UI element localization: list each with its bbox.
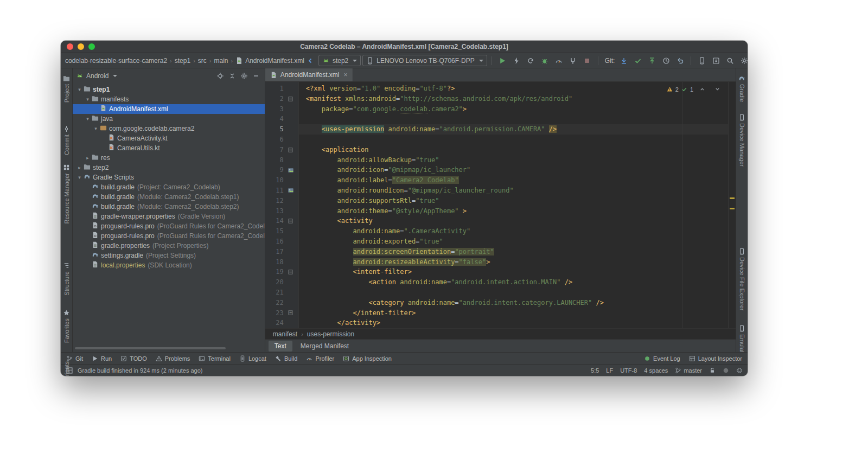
code-line[interactable]: <action android:name="android.intent.act… xyxy=(299,277,728,288)
code-line[interactable]: package="com.google.codelab.camera2"> xyxy=(299,104,728,114)
tool-stripe-item-device-manager[interactable]: Device Manager xyxy=(738,114,745,167)
code-line[interactable]: <category android:name="android.intent.c… xyxy=(299,298,728,308)
fold-toggle-icon[interactable]: − xyxy=(288,310,293,315)
next-problem-button[interactable] xyxy=(711,84,724,95)
device-manager-button[interactable] xyxy=(695,55,708,66)
tree-item[interactable]: ▾java xyxy=(73,114,265,124)
chevron-closed-icon[interactable]: ▸ xyxy=(76,165,83,170)
code-editor[interactable]: <?xml version="1.0" encoding="utf-8"?><m… xyxy=(299,82,728,328)
code-line[interactable]: android:allowBackup="true" xyxy=(299,155,728,165)
settings-button[interactable] xyxy=(738,55,748,66)
search-everywhere-button[interactable] xyxy=(724,55,736,66)
code-line[interactable]: android:name=".CameraActivity" xyxy=(299,226,728,237)
project-horizontal-scrollbar[interactable] xyxy=(75,347,226,349)
tree-item[interactable]: ▾Gradle Scripts xyxy=(73,173,265,182)
git-tool-button[interactable]: Git xyxy=(66,355,83,362)
chevron-closed-icon[interactable]: ▸ xyxy=(84,155,91,161)
code-line[interactable] xyxy=(299,114,728,124)
resource-preview-icon[interactable] xyxy=(288,167,294,174)
todo-tool-button[interactable]: TODO xyxy=(120,355,147,362)
update-project-button[interactable] xyxy=(617,55,630,66)
code-line[interactable]: </intent-filter> xyxy=(299,308,728,318)
error-stripe[interactable] xyxy=(728,82,736,328)
panel-settings-button[interactable] xyxy=(239,70,250,81)
tool-stripe-item-resource-manager[interactable]: Resource Manager xyxy=(63,164,70,224)
code-line[interactable]: android:resizeableActivity="false"> xyxy=(299,257,728,267)
tree-item[interactable]: build.gradle(Project: Camera2_Codelab) xyxy=(73,182,265,192)
line-separator-indicator[interactable]: LF xyxy=(606,367,613,374)
tree-item[interactable]: ▾com.google.codelab.camera2 xyxy=(73,124,265,133)
breadcrumb-file[interactable]: AndroidManifest.xml xyxy=(235,57,304,65)
logcat-tool-button[interactable]: Logcat xyxy=(239,355,266,362)
tree-item[interactable]: ▸res xyxy=(73,153,265,163)
code-line[interactable]: <activity xyxy=(299,216,728,226)
run-button[interactable] xyxy=(496,55,509,66)
device-select[interactable]: LENOVO Lenovo TB-Q706F-DPP xyxy=(362,55,487,66)
tree-item[interactable]: gradle-wrapper.properties(Gradle Version… xyxy=(73,212,265,221)
code-line[interactable] xyxy=(299,288,728,298)
chevron-open-icon[interactable]: ▾ xyxy=(76,87,83,92)
breadcrumb-item[interactable]: step1 xyxy=(175,57,190,65)
feedback-icon-button[interactable] xyxy=(736,367,743,374)
locate-file-button[interactable] xyxy=(215,70,226,81)
fold-toggle-icon[interactable]: − xyxy=(288,219,293,223)
tree-item[interactable]: KCameraUtils.kt xyxy=(73,143,265,153)
breadcrumb-item[interactable]: main xyxy=(214,57,228,65)
tree-item[interactable]: proguard-rules.pro(ProGuard Rules for Ca… xyxy=(73,231,265,241)
code-line[interactable]: android:screenOrientation="portrait" xyxy=(299,247,728,257)
chevron-open-icon[interactable]: ▾ xyxy=(84,116,91,122)
chevron-open-icon[interactable]: ▾ xyxy=(84,97,91,102)
problems-tool-button[interactable]: Problems xyxy=(156,355,190,362)
history-button[interactable] xyxy=(660,55,672,66)
run-configuration-select[interactable]: step2 xyxy=(318,55,361,66)
warning-mark[interactable] xyxy=(730,197,735,199)
terminal-tool-button[interactable]: Terminal xyxy=(199,355,231,362)
code-line[interactable]: </activity> xyxy=(299,318,728,328)
code-line[interactable]: <manifest xmlns:android="http://schemas.… xyxy=(299,94,728,104)
push-button[interactable] xyxy=(646,55,658,66)
zoom-window-button[interactable] xyxy=(88,43,95,50)
minimize-window-button[interactable] xyxy=(78,43,84,50)
background-tasks-icon-button[interactable] xyxy=(723,367,729,374)
code-line[interactable]: <?xml version="1.0" encoding="utf-8"?> xyxy=(299,84,728,94)
close-tab-icon[interactable]: × xyxy=(344,71,348,79)
attach-debugger-button[interactable] xyxy=(567,55,579,66)
file-encoding-indicator[interactable]: UTF-8 xyxy=(620,367,637,374)
tool-stripe-item-gradle[interactable]: Gradle xyxy=(738,75,745,102)
indent-style-indicator[interactable]: 4 spaces xyxy=(644,367,668,374)
xml-breadcrumb-item[interactable]: manifest xyxy=(273,330,297,338)
tree-item[interactable]: AndroidManifest.xml xyxy=(73,104,265,114)
chevron-open-icon[interactable]: ▾ xyxy=(76,175,83,180)
readonly-toggle-icon-button[interactable] xyxy=(709,367,716,374)
code-line[interactable]: <intent-filter> xyxy=(299,267,728,277)
tool-stripe-item-device-file-explorer[interactable]: Device File Explorer xyxy=(738,248,745,310)
close-window-button[interactable] xyxy=(67,43,73,50)
hide-panel-button[interactable] xyxy=(251,70,261,81)
build-tool-button[interactable]: Build xyxy=(275,355,297,362)
tree-item[interactable]: settings.gradle(Project Settings) xyxy=(73,251,265,260)
stop-button[interactable] xyxy=(581,55,593,66)
code-line[interactable] xyxy=(299,135,728,145)
sdk-manager-button[interactable] xyxy=(710,55,722,66)
previous-problem-button[interactable] xyxy=(696,84,709,95)
code-line[interactable]: android:supportsRtl="true" xyxy=(299,196,728,206)
xml-breadcrumb-item[interactable]: uses-permission xyxy=(307,330,354,338)
apply-changes-button[interactable] xyxy=(510,55,523,66)
tree-item[interactable]: ▾step1 xyxy=(73,85,265,94)
editor-tab[interactable]: AndroidManifest.xml × xyxy=(265,68,353,81)
view-tab-text[interactable]: Text xyxy=(269,341,292,352)
fold-toggle-icon[interactable]: − xyxy=(288,97,293,101)
app-inspection-tool-button[interactable]: App Inspection xyxy=(343,355,392,362)
navigate-back-button[interactable] xyxy=(304,55,317,66)
profile-button[interactable] xyxy=(553,55,565,66)
fold-toggle-icon[interactable]: − xyxy=(288,270,293,274)
collapse-all-button[interactable] xyxy=(227,70,238,81)
warning-mark[interactable] xyxy=(730,208,735,209)
caret-position-indicator[interactable]: 5:5 xyxy=(591,367,599,374)
profiler-tool-button[interactable]: Profiler xyxy=(306,355,334,362)
code-line[interactable]: <uses-permission android:name="android.p… xyxy=(299,124,728,135)
commit-button[interactable] xyxy=(631,55,644,66)
code-line[interactable]: android:theme="@style/AppTheme" > xyxy=(299,206,728,216)
fold-toggle-icon[interactable]: − xyxy=(288,148,293,152)
tree-item[interactable]: gradle.properties(Project Properties) xyxy=(73,241,265,251)
